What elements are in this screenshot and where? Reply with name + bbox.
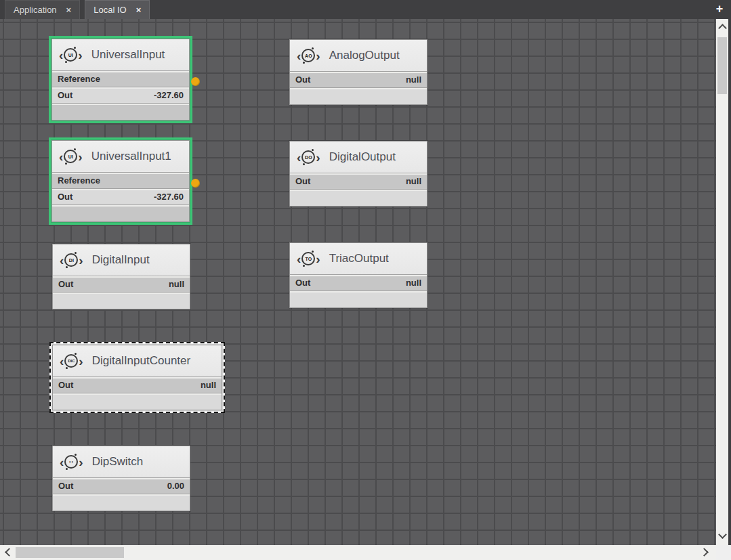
slot-value: 0.00 — [167, 481, 184, 491]
slot-value: null — [406, 278, 421, 288]
digital-input-icon: DI — [60, 253, 83, 267]
slot-label: Out — [295, 278, 310, 288]
block-triac-output[interactable]: TO TriacOutput Out null — [289, 242, 427, 308]
block-title: UniversalInput — [91, 48, 165, 62]
scroll-up-icon[interactable] — [718, 24, 727, 33]
block-header[interactable]: DI DigitalInput — [53, 244, 190, 276]
block-digital-input[interactable]: DI DigitalInput Out null — [52, 244, 190, 309]
slot-value: -327.60 — [154, 90, 184, 100]
tab-local-io[interactable]: Local IO × — [85, 0, 150, 19]
digital-output-icon: DO — [297, 150, 320, 164]
block-title: DipSwitch — [92, 455, 144, 469]
block-footer — [53, 292, 190, 309]
universal-input-icon: UI — [59, 48, 83, 62]
block-header[interactable]: UI UniversalInput1 — [52, 141, 189, 172]
block-analog-output[interactable]: AO AnalogOutput Out null — [289, 39, 427, 105]
slot-label: Out — [295, 176, 310, 186]
slot-label: Out — [58, 279, 73, 289]
block-title: DigitalInputCounter — [92, 354, 191, 368]
slot-label: Out — [58, 380, 73, 390]
block-footer — [53, 393, 222, 410]
slot-out[interactable]: Out null — [290, 173, 427, 189]
horizontal-scroll-thumb[interactable] — [16, 547, 124, 558]
close-icon[interactable]: × — [136, 5, 142, 14]
slot-out[interactable]: Out 0.00 — [53, 477, 190, 494]
add-tab-button[interactable]: + — [712, 1, 727, 16]
block-footer — [290, 290, 427, 307]
analog-output-icon: AO — [297, 49, 320, 62]
close-icon[interactable]: × — [66, 5, 72, 14]
slot-reference[interactable]: Reference — [52, 70, 189, 87]
slot-out[interactable]: Out -327.60 — [52, 188, 189, 204]
block-digital-input-counter[interactable]: DIC DigitalInputCounter Out null — [49, 342, 225, 413]
block-header[interactable]: AO AnalogOutput — [290, 40, 427, 71]
slot-label: Reference — [58, 74, 100, 84]
block-dip-switch[interactable]: ·· DipSwitch Out 0.00 — [52, 446, 190, 511]
slot-out[interactable]: Out null — [290, 71, 427, 87]
slot-label: Out — [295, 74, 310, 85]
block-title: UniversalInput1 — [91, 150, 171, 163]
block-title: AnalogOutput — [329, 49, 400, 62]
wire-sheet-app: Application × Local IO × + UI UniversalI… — [0, 0, 731, 560]
vertical-scroll-thumb[interactable] — [717, 37, 727, 94]
slot-out[interactable]: Out null — [53, 376, 222, 393]
tab-local-io-label: Local IO — [93, 5, 126, 15]
dip-switch-icon: ·· — [60, 455, 83, 469]
slot-value: null — [201, 380, 216, 390]
triac-output-icon: TO — [297, 252, 320, 265]
block-title: DigitalOutput — [329, 150, 396, 164]
block-universal-input1[interactable]: UI UniversalInput1 Reference Out -327.60 — [49, 137, 192, 225]
slot-label: Reference — [58, 175, 100, 186]
scrollbar-corner — [716, 545, 731, 560]
slot-value: null — [406, 74, 421, 85]
tab-application-label: Application — [14, 5, 57, 15]
block-header[interactable]: UI UniversalInput — [52, 39, 189, 70]
slot-label: Out — [58, 192, 72, 202]
slot-value: null — [406, 176, 421, 186]
slot-out[interactable]: Out null — [53, 276, 190, 292]
block-header[interactable]: ·· DipSwitch — [53, 446, 190, 477]
vertical-scrollbar[interactable] — [716, 19, 728, 545]
slot-out[interactable]: Out null — [290, 274, 427, 290]
block-digital-output[interactable]: DO DigitalOutput Out null — [289, 141, 427, 207]
scroll-right-icon[interactable] — [700, 548, 709, 557]
horizontal-scrollbar[interactable] — [0, 545, 716, 560]
slot-value: -327.60 — [154, 192, 184, 202]
block-title: DigitalInput — [92, 253, 150, 267]
wire-sheet-canvas[interactable]: UI UniversalInput Reference Out -327.60 — [0, 19, 716, 545]
slot-reference[interactable]: Reference — [52, 172, 189, 188]
universal-input-icon: UI — [59, 150, 83, 163]
scroll-down-icon[interactable] — [718, 530, 727, 539]
tab-bar: Application × Local IO × + — [0, 0, 731, 19]
digital-input-counter-icon: DIC — [60, 354, 83, 368]
scroll-left-icon[interactable] — [5, 548, 14, 557]
block-universal-input[interactable]: UI UniversalInput Reference Out -327.60 — [49, 36, 192, 123]
slot-label: Out — [58, 481, 73, 491]
block-title: TriacOutput — [329, 252, 389, 265]
block-footer — [290, 189, 427, 206]
slot-out[interactable]: Out -327.60 — [52, 87, 189, 103]
reference-port-dot[interactable] — [191, 179, 200, 188]
block-header[interactable]: TO TriacOutput — [290, 243, 427, 274]
block-footer — [290, 87, 427, 104]
tab-application[interactable]: Application × — [5, 0, 80, 19]
reference-port-dot[interactable] — [191, 77, 200, 86]
block-header[interactable]: DIC DigitalInputCounter — [53, 345, 222, 376]
block-header[interactable]: DO DigitalOutput — [290, 142, 427, 173]
block-footer — [52, 204, 189, 221]
slot-value: null — [169, 279, 184, 289]
block-footer — [53, 494, 190, 511]
block-footer — [52, 103, 189, 120]
slot-label: Out — [58, 90, 72, 100]
